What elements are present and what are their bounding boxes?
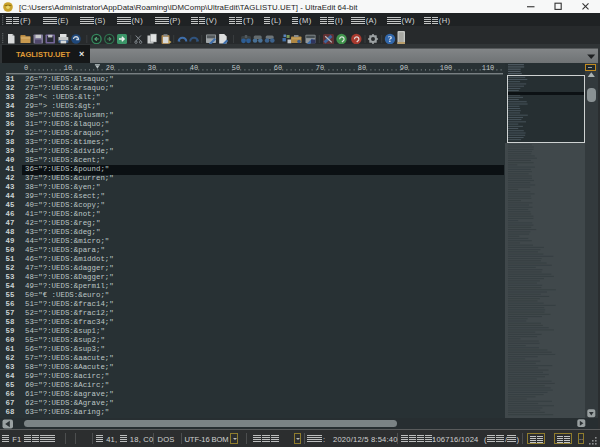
svg-text:?: ? <box>388 34 392 44</box>
